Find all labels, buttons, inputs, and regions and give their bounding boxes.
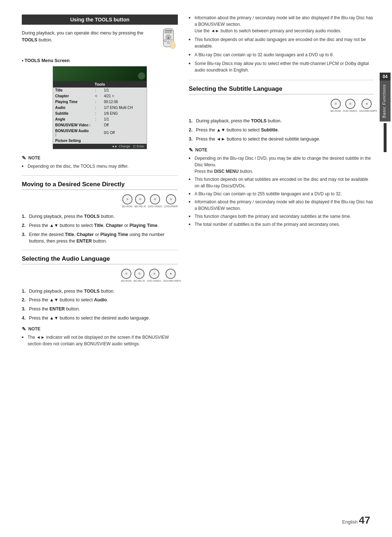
note-pencil-icon-2: ✎ [22,326,26,332]
svg-line-9 [171,41,172,43]
moving-badge-row: ⊙ BD-ROM ⊙ BD-RE/-R ⊙ DVD-VIDEO ⊙ DVD±RW… [22,194,178,208]
list-item: Information about the primary / secondar… [189,15,374,34]
table-row: Angle:1/1 [53,116,147,122]
subtitle-note-item-5: This function changes both the primary a… [189,213,374,220]
page-number: 47 [359,514,370,526]
svg-line-11 [174,41,174,43]
subtitle-note-label: NOTE [195,147,207,152]
page-language: English [342,519,358,525]
audio-steps-list: 1.During playback, press the TOOLS butto… [22,288,178,322]
list-item: This function depends on what audio lang… [189,36,374,49]
audio-badge-row: ⊙ BD-ROM ⊙ BD-RE/-R ⊙ DVD-VIDEO ⊛ DivX/M… [22,269,178,282]
badge-audio-dvd-video: ⊙ DVD-VIDEO [147,269,161,282]
svg-point-5 [164,40,167,42]
badge-label-bd-rom: BD-ROM [122,205,132,208]
tools-menu-table: Title:1/1 Chapter<4/21 > Playing Time:00… [53,88,147,144]
tools-menu-screen: Tools Title:1/1 Chapter<4/21 > Playing T… [53,66,147,149]
badge-label-subtitle-divx: DivX/MKV/MP4 [359,110,374,113]
badge-subtitle-divx: ⊛ DivX/MKV/MP4 [359,99,374,113]
badge-bd-re: ⊙ BD-RE/-R [135,194,146,208]
badge-bd-rom: ⊙ BD-ROM [122,194,132,208]
subtitle-badge-row: ⊙ BD-ROM ⊙ DVD-VIDEO ⊛ DivX/MKV/MP4 [189,99,374,113]
tools-note-label: NOTE [28,155,40,160]
subtitle-note-header: ✎ NOTE [189,147,374,153]
divider-1 [22,175,178,176]
subtitle-steps-list: 1.During playback, press the TOOLS butto… [189,118,374,142]
page-container: 04 Basic Functions Using the TOOLS butto… [0,0,392,537]
badge-label-audio-dvd-video: DVD-VIDEO [147,280,161,282]
badge-circle-bd-rom: ⊙ [122,194,132,204]
page-number-container: English 47 [342,514,370,526]
audio-note-header: ✎ NOTE [22,326,178,332]
tools-intro: During playback, you can operate disc me… [22,30,178,54]
tools-note-header: ✎ NOTE [22,155,178,161]
subtitle-note-item-1: Depending on the Blu-ray Disc / DVD, you… [189,155,374,175]
list-item: 3.Press the ENTER button. [22,306,178,313]
subtitle-section-header: Selecting the Subtitle Language [189,85,374,94]
right-bullet-list: Information about the primary / secondar… [189,15,374,73]
badge-subtitle-dvd: ⊙ DVD-VIDEO [343,99,357,113]
main-content: Using the TOOLS button During playback, … [22,15,374,522]
list-item: 1.During playback, press the TOOLS butto… [22,213,178,220]
badge-circle-bd-re: ⊙ [135,194,145,204]
audio-note-label: NOTE [28,326,40,331]
subtitle-note-item-3: A Blu-ray Disc can contain up to 255 sub… [189,191,374,197]
list-item: 1.During playback, press the TOOLS butto… [189,118,374,125]
side-tab: 04 Basic Functions [378,73,392,152]
note-pencil-icon-3: ✎ [189,147,193,153]
table-row: Picture Setting [53,138,147,143]
table-row: Playing Time:00:12:06 [53,99,147,105]
right-column: Information about the primary / secondar… [189,15,374,522]
table-row: Chapter<4/21 > [53,93,147,99]
moving-section-header: Moving to a Desired Scene Directly [22,181,178,190]
tools-note-section: ✎ NOTE Depending on the disc, the TOOLS … [22,155,178,170]
note-pencil-icon: ✎ [22,155,26,161]
list-item: 3.Press the ◄► buttons to select the des… [189,136,374,143]
badge-circle-audio-bd-rom: ⊙ [121,269,131,279]
table-row: BONUSVIEW Audio :0/1 Off [53,128,147,138]
badge-label-subtitle-dvd: DVD-VIDEO [343,110,357,113]
svg-point-7 [167,41,170,44]
tools-menu-title: Tools [53,81,147,88]
tools-menu-label: TOOLS Menu Screen [22,58,178,63]
tools-intro-text: During playback, you can operate disc me… [22,30,157,44]
list-item: A Blu-ray Disc can contain up to 32 audi… [189,52,374,58]
badge-subtitle-bd-rom: ⊙ BD-ROM [331,99,341,113]
badge-label-bd-re: BD-RE/-R [135,205,146,208]
chapter-number: 04 [380,73,391,81]
badge-label-audio-divx: DivX/MKV/MP4 [163,280,178,282]
svg-text:▲: ▲ [167,36,170,39]
table-row: Audio:1/7 ENG Multi CH [53,105,147,110]
tools-menu-footer: ◄► Change ⊡ Enter [53,144,147,149]
remote-icon: TOOLS ▲ [160,28,178,54]
tools-note-item: Depending on the disc, the TOOLS menu ma… [22,163,178,170]
badge-circle-subtitle-dvd: ⊙ [345,99,355,109]
badge-circle-audio-divx: ⊛ [166,269,176,279]
tools-menu-overlay: Tools Title:1/1 Chapter<4/21 > Playing T… [53,66,147,149]
subtitle-note-item-2: This function depends on what subtitles … [189,176,374,189]
badge-circle-subtitle-bd-rom: ⊙ [331,99,341,109]
divider-right-1 [189,80,374,80]
badge-audio-bd-re: ⊙ BD-RE/-R [134,269,145,282]
svg-text:TOOLS: TOOLS [165,31,172,33]
list-item: 2.Press the ▲▼ buttons to select Title, … [22,222,178,229]
badge-label-audio-bd-re: BD-RE/-R [134,280,145,282]
table-row: Title:1/1 [53,88,147,93]
moving-steps-list: 1.During playback, press the TOOLS butto… [22,213,178,245]
audio-note-section: ✎ NOTE The ◄► indicator will not be disp… [22,326,178,347]
badge-audio-divx: ⊛ DivX/MKV/MP4 [163,269,178,282]
tools-section-header: Using the TOOLS button [22,15,178,25]
badge-circle-dvd-rw: ⊙ [166,194,176,204]
badge-circle-audio-bd-re: ⊙ [134,269,144,279]
badge-audio-bd-rom: ⊙ BD-ROM [121,269,131,282]
badge-label-audio-bd-rom: BD-ROM [121,280,131,282]
list-item: 1.During playback, press the TOOLS butto… [22,288,178,295]
left-column: Using the TOOLS button During playback, … [22,15,178,522]
tools-bold: TOOLS [22,37,37,42]
table-row: BONUSVIEW Video :Off [53,122,147,128]
badge-circle-audio-dvd-video: ⊙ [149,269,159,279]
badge-circle-dvd-video: ⊙ [150,194,160,204]
subtitle-note-section: ✎ NOTE Depending on the Blu-ray Disc / D… [189,147,374,228]
list-item: 4.Press the ▲▼ buttons to select the des… [22,315,178,322]
audio-note-item: The ◄► indicator will not be displayed o… [22,334,178,347]
